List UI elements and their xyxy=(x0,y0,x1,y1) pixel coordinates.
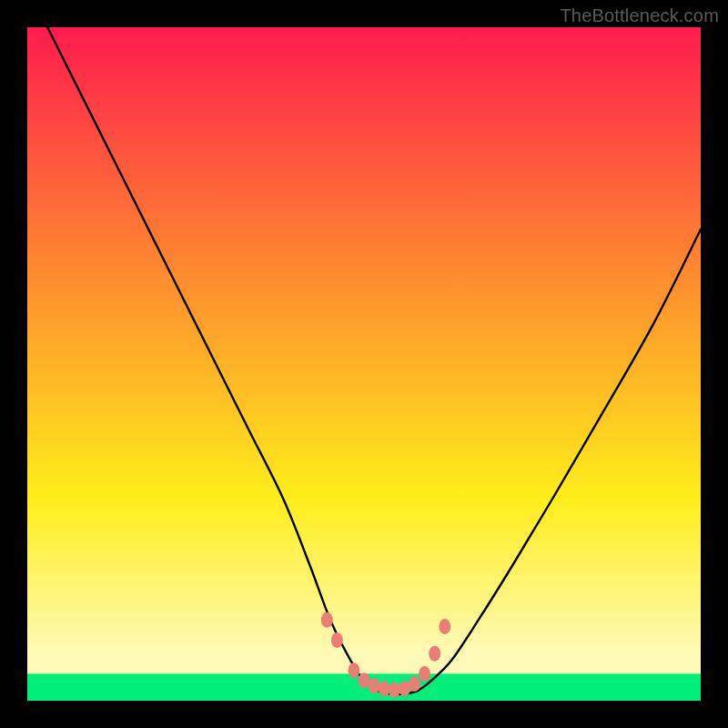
marker-dot xyxy=(439,619,450,634)
chart-canvas xyxy=(27,27,701,701)
marker-dot xyxy=(389,682,400,698)
plot-background xyxy=(27,27,701,701)
marker-dot xyxy=(379,681,390,696)
watermark-text: TheBottleneck.com xyxy=(560,5,719,26)
marker-dot xyxy=(331,632,343,648)
marker-dot xyxy=(369,678,380,693)
marker-dot xyxy=(419,666,430,682)
chart-frame: TheBottleneck.com xyxy=(0,0,728,728)
marker-dot xyxy=(399,681,410,696)
marker-dot xyxy=(359,672,370,688)
marker-dot xyxy=(409,676,420,692)
marker-dot xyxy=(321,612,333,628)
marker-dot xyxy=(348,662,359,678)
marker-dot xyxy=(429,646,440,662)
